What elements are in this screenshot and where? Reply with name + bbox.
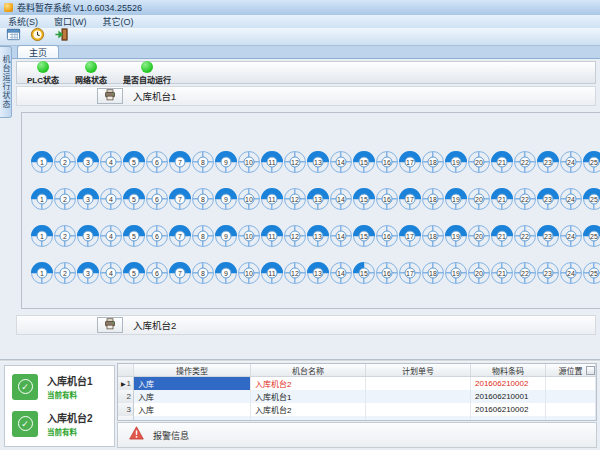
coil-slot: 23 bbox=[537, 188, 559, 210]
coil-slot: 22 bbox=[514, 225, 536, 247]
table-row[interactable]: 4 bbox=[118, 416, 596, 421]
slot-number: 16 bbox=[382, 194, 393, 205]
machine2-label: 入库机台2 bbox=[133, 318, 176, 332]
coil-slot: 7 bbox=[169, 225, 191, 247]
table-cell[interactable] bbox=[546, 403, 596, 416]
slot-number: 17 bbox=[405, 268, 416, 279]
grid-column-header[interactable]: 计划单号 bbox=[366, 364, 471, 376]
slot-number: 12 bbox=[290, 194, 301, 205]
table-cell[interactable]: 入库 bbox=[134, 403, 251, 416]
status-indicator: 网络状态 bbox=[75, 61, 107, 85]
slot-number: 16 bbox=[382, 268, 393, 279]
table-cell[interactable]: 201606210002 bbox=[471, 403, 546, 416]
coil-slot: 20 bbox=[468, 151, 490, 173]
table-cell[interactable] bbox=[546, 390, 596, 403]
slot-number: 17 bbox=[405, 157, 416, 168]
slot-number: 15 bbox=[359, 157, 370, 168]
coil-slot: 23 bbox=[537, 151, 559, 173]
slot-number: 21 bbox=[497, 231, 508, 242]
slot-number: 10 bbox=[244, 157, 255, 168]
table-cell[interactable] bbox=[546, 377, 596, 390]
check-ring: ✓ bbox=[18, 379, 33, 394]
slot-number: 7 bbox=[175, 231, 186, 242]
table-cell[interactable] bbox=[366, 403, 471, 416]
calendar-icon bbox=[6, 27, 21, 46]
coil-slot: 15 bbox=[353, 188, 375, 210]
app-window: 卷料暂存系统 V1.0.6034.25526 系统(S)窗口(W)其它(O) bbox=[0, 0, 600, 450]
table-cell[interactable]: 入库 bbox=[134, 377, 251, 390]
grid-column-header[interactable]: 机台名称 bbox=[251, 364, 366, 376]
calendar-button[interactable] bbox=[5, 29, 22, 45]
coil-slot: 12 bbox=[284, 225, 306, 247]
coil-slot: 13 bbox=[307, 225, 329, 247]
card-machine-name: 入库机台2 bbox=[47, 410, 93, 425]
table-cell[interactable] bbox=[366, 377, 471, 390]
machine-status-card: ✓入库机台1当前有料 bbox=[8, 368, 111, 405]
slot-number: 19 bbox=[451, 194, 462, 205]
table-cell[interactable] bbox=[366, 416, 471, 421]
warning-icon bbox=[129, 426, 144, 444]
coil-slot: 25 bbox=[583, 262, 600, 284]
exit-button[interactable] bbox=[53, 29, 70, 45]
card-machine-name: 入库机台1 bbox=[47, 373, 93, 388]
slot-number: 11 bbox=[267, 194, 278, 205]
coil-slot: 18 bbox=[422, 188, 444, 210]
side-panel-tab[interactable]: 机台运行状态 bbox=[0, 46, 12, 118]
machine2-button[interactable] bbox=[97, 317, 123, 333]
table-cell[interactable] bbox=[251, 416, 366, 421]
slot-number: 22 bbox=[520, 194, 531, 205]
table-row[interactable]: 2入库入库机台1201606210001 bbox=[118, 390, 596, 403]
table-row[interactable]: ▶1入库入库机台2201606210002 bbox=[118, 377, 596, 390]
table-cell[interactable]: 201606210001 bbox=[471, 390, 546, 403]
table-cell[interactable] bbox=[134, 416, 251, 421]
table-cell[interactable]: 入库 bbox=[134, 390, 251, 403]
menu-item[interactable]: 其它(O) bbox=[103, 15, 134, 28]
table-cell[interactable] bbox=[366, 390, 471, 403]
slot-number: 2 bbox=[60, 268, 71, 279]
slot-number: 6 bbox=[152, 231, 163, 242]
slot-number: 5 bbox=[129, 194, 140, 205]
card-material-status: 当前有料 bbox=[47, 389, 93, 400]
row-header-cell: 4 bbox=[118, 416, 134, 421]
grid-column-header[interactable]: 操作类型 bbox=[134, 364, 251, 376]
coil-slot: 19 bbox=[445, 188, 467, 210]
coil-slot: 16 bbox=[376, 225, 398, 247]
table-cell[interactable]: 入库机台1 bbox=[251, 390, 366, 403]
slot-number: 19 bbox=[451, 157, 462, 168]
slot-number: 1 bbox=[37, 231, 48, 242]
coil-slot: 15 bbox=[353, 262, 375, 284]
column-chooser-icon[interactable] bbox=[586, 366, 595, 375]
main-content: PLC状态网络状态是否自动运行 入库机台1 123456789101112131… bbox=[0, 58, 600, 450]
coil-slot: 12 bbox=[284, 262, 306, 284]
table-cell[interactable]: 入库机台2 bbox=[251, 377, 366, 390]
table-cell[interactable]: 201606210002 bbox=[471, 377, 546, 390]
slot-number: 21 bbox=[497, 194, 508, 205]
coil-slot: 8 bbox=[192, 262, 214, 284]
table-cell[interactable] bbox=[546, 416, 596, 421]
grid-body: ▶1入库入库机台22016062100022入库入库机台120160621000… bbox=[118, 377, 596, 421]
clock-button[interactable] bbox=[29, 29, 46, 45]
table-cell[interactable]: 入库机台2 bbox=[251, 403, 366, 416]
coil-slot: 10 bbox=[238, 225, 260, 247]
coil-slot: 10 bbox=[238, 262, 260, 284]
coil-slot: 6 bbox=[146, 151, 168, 173]
coil-slot: 21 bbox=[491, 188, 513, 210]
slot-number: 3 bbox=[83, 157, 94, 168]
machine-icon bbox=[104, 87, 116, 105]
slot-number: 19 bbox=[451, 268, 462, 279]
slot-number: 7 bbox=[175, 194, 186, 205]
slot-number: 18 bbox=[428, 194, 439, 205]
table-row[interactable]: 3入库入库机台2201606210002 bbox=[118, 403, 596, 416]
bottom-splitter[interactable] bbox=[0, 359, 600, 362]
table-cell[interactable] bbox=[471, 416, 546, 421]
machine1-button[interactable] bbox=[97, 88, 123, 104]
slot-number: 1 bbox=[37, 194, 48, 205]
coil-slot: 16 bbox=[376, 151, 398, 173]
alarm-bar: 报警信息 bbox=[117, 422, 597, 448]
coil-slot: 2 bbox=[54, 188, 76, 210]
slot-number: 18 bbox=[428, 157, 439, 168]
tab-home[interactable]: 主页 bbox=[17, 45, 59, 59]
slot-number: 9 bbox=[221, 194, 232, 205]
grid-column-header[interactable]: 物料条码 bbox=[471, 364, 546, 376]
coil-slot: 21 bbox=[491, 262, 513, 284]
